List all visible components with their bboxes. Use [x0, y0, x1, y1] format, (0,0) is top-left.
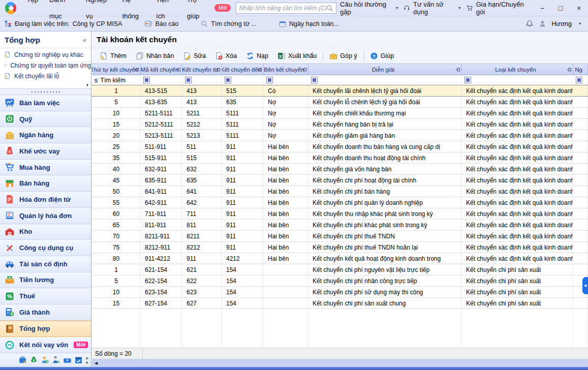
- table-row[interactable]: 10623-154623154Kết chuyển chi phí sử dụn…: [92, 287, 588, 298]
- money-bag-icon[interactable]: [29, 356, 38, 364]
- sidebar-item-tong-hop[interactable]: Tổng hợp: [0, 321, 91, 337]
- feature-search-input[interactable]: [239, 5, 326, 12]
- sidebar-item-gia-thanh[interactable]: Giá thành: [0, 304, 91, 321]
- sidebar-item-tien-luong[interactable]: Tiền lương: [0, 272, 91, 289]
- column-header-tu[interactable]: Kết chuyển từ: [182, 64, 222, 75]
- table-row[interactable]: 15627-154627154Kết chuyển chi phí sản xu…: [92, 298, 588, 309]
- close-button[interactable]: ×: [570, 0, 588, 16]
- menu-he-thong[interactable]: Hệ thống: [117, 0, 151, 24]
- sidebar-item-kho[interactable]: Kho: [0, 224, 91, 240]
- sidebar-item-quan-ly-hoa-don[interactable]: Quản lý hóa đơn: [0, 208, 91, 224]
- filter-button[interactable]: [266, 77, 273, 83]
- sua-button[interactable]: Sửa: [178, 50, 210, 61]
- filter-operator-icon[interactable]: ≤: [95, 77, 98, 84]
- filter-cell-thu-tu[interactable]: ≤Tìm kiếm: [92, 75, 141, 85]
- filter-button[interactable]: [185, 77, 192, 83]
- menu-danh-muc[interactable]: Danh mục: [44, 0, 80, 24]
- filter-button[interactable]: [143, 77, 150, 83]
- sidebar-item-ket-noi-vay-von[interactable]: Kết nối vay vốnMới: [0, 337, 91, 353]
- filter-button[interactable]: [465, 77, 471, 83]
- feature-search-box[interactable]: [236, 3, 336, 14]
- bell-icon[interactable]: [525, 20, 534, 28]
- table-cell: 911: [222, 152, 264, 163]
- column-header-den[interactable]: Kết chuyển đến: [222, 64, 264, 75]
- maximize-button[interactable]: □: [551, 0, 570, 16]
- table-row[interactable]: 5413-635413635NợKết chuyển lỗ chênh lệch…: [92, 97, 588, 108]
- more-modules-button[interactable]: »▾: [85, 356, 88, 365]
- sidebar-item-hoa-don-dien-tu[interactable]: Hóa đơn điện tử: [0, 192, 91, 208]
- faq-caret-icon[interactable]: ▾: [394, 6, 400, 10]
- gop-y-button[interactable]: Góp ý: [325, 50, 361, 61]
- sidebar-item-khe-uoc-vay[interactable]: Khế ước vay: [0, 143, 91, 160]
- employee-dollar-icon[interactable]: [41, 356, 49, 364]
- calendar-check-icon[interactable]: [74, 356, 83, 364]
- menu-tro-giup[interactable]: Trợ giúp: [181, 0, 213, 24]
- table-row[interactable]: 708211-9118211911Hai bênKết chuyển chi p…: [92, 231, 588, 242]
- briefcase-icon[interactable]: [18, 356, 27, 364]
- table-row[interactable]: 80911-42129114212Hai bênKết chuyển kết q…: [92, 253, 588, 264]
- menu-tien-ich[interactable]: Tiện ích: [150, 0, 181, 24]
- table-row[interactable]: 65811-911811911Hai bênKết chuyển chi phí…: [92, 220, 588, 231]
- them-button[interactable]: Thêm: [95, 50, 131, 61]
- filter-button[interactable]: [311, 77, 318, 83]
- posting-date-button[interactable]: Ngày hạch toán...: [275, 20, 343, 27]
- column-header-thu-tu[interactable]: Thứ tự kết chuyển: [92, 64, 141, 75]
- table-row[interactable]: 50641-911641911Hai bênKết chuyển chi phí…: [92, 186, 588, 197]
- menu-nghiep-vu[interactable]: Nghiệp vụ: [80, 0, 116, 24]
- table-row[interactable]: 60711-911711911Hai bênKết chuyển thu nhậ…: [92, 208, 588, 220]
- column-header-ng[interactable]: Ng: [573, 64, 588, 75]
- collapse-sidebar-icon[interactable]: «: [83, 36, 86, 44]
- table-row[interactable]: 45635-911635911Hai bênKết chuyển chi phí…: [92, 175, 588, 186]
- column-header-loai[interactable]: Loại kết chuyển: [462, 64, 573, 75]
- sidebar-item-cong-cu-dung-cu[interactable]: Công cụ dụng cụ: [0, 240, 91, 256]
- sidebar-item-tai-san-co-dinh[interactable]: Tài sản cố định: [0, 256, 91, 272]
- user-caret-icon[interactable]: ▾: [577, 21, 583, 26]
- asset-box-icon[interactable]: [63, 356, 72, 364]
- sidebar-subitem-1[interactable]: Chứng từ quyết toán tạm ứng: [0, 60, 91, 71]
- worker-icon[interactable]: [52, 356, 60, 364]
- table-row[interactable]: 35515-911515911Hai bênKết chuyển doanh t…: [92, 152, 588, 164]
- table-row[interactable]: 40632-911632911Hai bênKết chuyển giá vốn…: [92, 164, 588, 175]
- sidebar-item-ban-lam-viec[interactable]: Bàn làm việc: [0, 95, 91, 111]
- upgrade-link[interactable]: Gia hạn/Chuyển gói: [462, 0, 529, 16]
- xoa-button[interactable]: Xóa: [210, 50, 241, 61]
- table-row[interactable]: 5622-154622154Kết chuyển chi phí nhân cô…: [92, 275, 588, 287]
- user-name[interactable]: Hương: [551, 20, 572, 27]
- table-row[interactable]: 55642-911642911Hai bênKết chuyển chi phí…: [92, 197, 588, 208]
- table-row[interactable]: 1621-154621154Kết chuyển chi phí nguyên …: [92, 264, 588, 275]
- column-header-ma[interactable]: Mã kết chuyển: [141, 64, 182, 75]
- menu-tep[interactable]: Tệp: [21, 0, 44, 24]
- faq-link[interactable]: Câu hỏi thường gặp: [336, 0, 394, 16]
- xuat-khau-button[interactable]: Xuất khẩu: [273, 50, 321, 61]
- table-row[interactable]: 1413-515413515CóKết chuyển lãi chênh lệc…: [92, 85, 588, 97]
- sidebar-subitem-0[interactable]: Chứng từ nghiệp vụ khác: [0, 49, 91, 60]
- sidebar-item-quy[interactable]: Quỹ: [0, 111, 91, 128]
- support-caret-icon[interactable]: ▾: [456, 6, 462, 10]
- scroll-left-icon[interactable]: ◀: [92, 359, 100, 367]
- sidebar-splitter[interactable]: [0, 89, 91, 95]
- support-link[interactable]: Tư vấn sử dụng: [400, 0, 456, 16]
- table-row[interactable]: 758212-9118212911Hai bênKết chuyển chi p…: [92, 242, 588, 253]
- table-row[interactable]: 105211-511152115111NợKết chuyển chiết kh…: [92, 108, 588, 119]
- sidebar-subitem-2[interactable]: Kết chuyển lãi lỗ: [0, 71, 91, 81]
- horizontal-scrollbar[interactable]: ◀: [92, 359, 588, 367]
- giup-button[interactable]: Giúp: [365, 50, 398, 61]
- scroll-flag-button[interactable]: ◀: [582, 277, 588, 294]
- nhan-ban-button[interactable]: Nhân bản: [131, 50, 178, 61]
- table-cell: [573, 253, 588, 264]
- sidebar-item-thue[interactable]: Thuế: [0, 288, 91, 304]
- filter-button[interactable]: [225, 77, 231, 83]
- filter-button[interactable]: [576, 77, 582, 83]
- column-header-ben[interactable]: Bên kết chuyển: [264, 64, 308, 75]
- table-row[interactable]: 25511-911511911Hai bênKết chuyển doanh t…: [92, 141, 588, 152]
- sublist-expander[interactable]: ▾: [0, 81, 91, 89]
- nap-button[interactable]: Nạp: [241, 50, 273, 61]
- minimize-button[interactable]: −: [533, 0, 551, 16]
- sidebar-item-ngan-hang[interactable]: Ngân hàng: [0, 127, 91, 143]
- sidebar-item-ban-hang[interactable]: Bán hàng: [0, 175, 91, 192]
- table-row[interactable]: 205213-511152135111NợKết chuyển giảm giá…: [92, 130, 588, 141]
- table-row[interactable]: 155212-511152125111NợKết chuyển hàng bán…: [92, 119, 588, 130]
- cart-icon: [466, 4, 473, 12]
- sidebar-item-mua-hang[interactable]: Mua hàng: [0, 160, 91, 176]
- column-header-dien-giai[interactable]: Diễn giải: [308, 64, 462, 75]
